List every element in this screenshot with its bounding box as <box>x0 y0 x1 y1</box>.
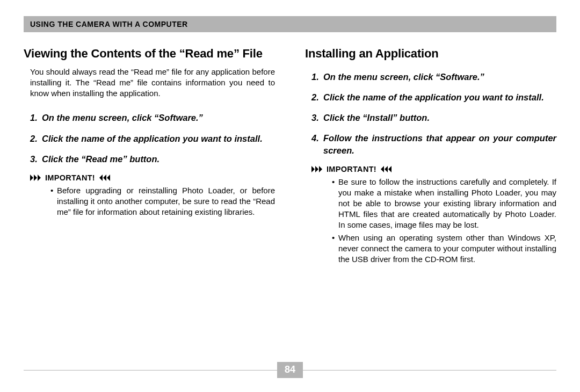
left-step-2: 2. Click the name of the application you… <box>30 133 275 144</box>
step-text: On the menu screen, click “Software.” <box>323 71 556 83</box>
step-number: 4. <box>311 132 323 156</box>
step-number: 2. <box>30 133 42 144</box>
right-important-bullets: Be sure to follow the instructions caref… <box>311 177 556 265</box>
left-important-block: IMPORTANT! Before upgrading or reinstall… <box>24 173 275 217</box>
step-text: Click the name of the application you wa… <box>42 133 275 144</box>
step-text: Click the “Install” button. <box>323 112 556 124</box>
important-text: IMPORTANT! <box>45 173 95 182</box>
left-step-3: 3. Click the “Read me” button. <box>30 153 275 165</box>
left-intro-paragraph: You should always read the “Read me” fil… <box>24 67 275 99</box>
arrows-left-icon <box>97 175 110 181</box>
arrows-right-icon <box>311 166 324 172</box>
right-important-block: IMPORTANT! Be sure to follow the instruc… <box>305 165 556 265</box>
step-number: 1. <box>311 71 323 83</box>
step-number: 3. <box>30 153 42 165</box>
two-column-layout: Viewing the Contents of the “Read me” Fi… <box>24 46 556 267</box>
right-column: Installing an Application 1. On the menu… <box>305 46 556 267</box>
step-number: 1. <box>30 112 42 124</box>
right-step-3: 3. Click the “Install” button. <box>311 112 556 124</box>
page-footer: 84 <box>24 362 556 378</box>
footer-rule-right <box>303 370 556 371</box>
left-heading: Viewing the Contents of the “Read me” Fi… <box>24 46 275 61</box>
right-step-2: 2. Click the name of the application you… <box>311 91 556 103</box>
step-text: Follow the instructions that appear on y… <box>323 132 556 156</box>
important-text: IMPORTANT! <box>327 165 376 173</box>
right-heading: Installing an Application <box>305 46 556 61</box>
bullet-item: When using an operating system other tha… <box>332 233 556 265</box>
bullet-item: Be sure to follow the instructions caref… <box>332 177 556 230</box>
arrows-left-icon <box>379 166 392 172</box>
important-label: IMPORTANT! <box>30 173 275 182</box>
right-step-4: 4. Follow the instructions that appear o… <box>311 132 556 156</box>
important-label: IMPORTANT! <box>311 165 556 173</box>
left-important-bullets: Before upgrading or reinstalling Photo L… <box>30 185 275 217</box>
arrows-right-icon <box>30 175 43 181</box>
bullet-item: Before upgrading or reinstalling Photo L… <box>50 185 275 217</box>
left-column: Viewing the Contents of the “Read me” Fi… <box>24 46 275 267</box>
right-step-1: 1. On the menu screen, click “Software.” <box>311 71 556 83</box>
left-steps-list: 1. On the menu screen, click “Software.”… <box>24 112 275 165</box>
footer-rule-left <box>24 370 277 371</box>
section-header-bar: USING THE CAMERA WITH A COMPUTER <box>24 16 556 32</box>
page-number-badge: 84 <box>277 362 303 378</box>
section-header-text: USING THE CAMERA WITH A COMPUTER <box>30 20 188 28</box>
right-steps-list: 1. On the menu screen, click “Software.”… <box>305 71 556 156</box>
step-text: Click the name of the application you wa… <box>323 91 556 103</box>
step-text: On the menu screen, click “Software.” <box>42 112 275 124</box>
step-text: Click the “Read me” button. <box>42 153 275 165</box>
step-number: 3. <box>311 112 323 124</box>
manual-page: USING THE CAMERA WITH A COMPUTER Viewing… <box>0 0 580 392</box>
step-number: 2. <box>311 91 323 103</box>
left-step-1: 1. On the menu screen, click “Software.” <box>30 112 275 124</box>
